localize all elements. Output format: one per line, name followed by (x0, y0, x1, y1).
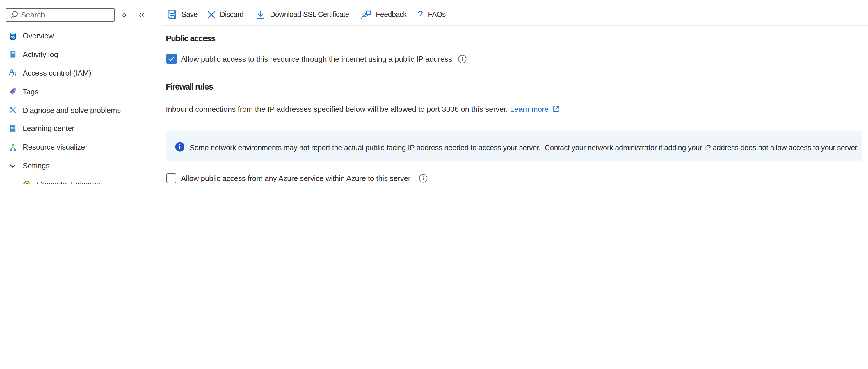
svg-text:My: My (10, 35, 15, 38)
svg-text:101: 101 (11, 127, 15, 129)
svg-text:$: $ (26, 183, 28, 185)
